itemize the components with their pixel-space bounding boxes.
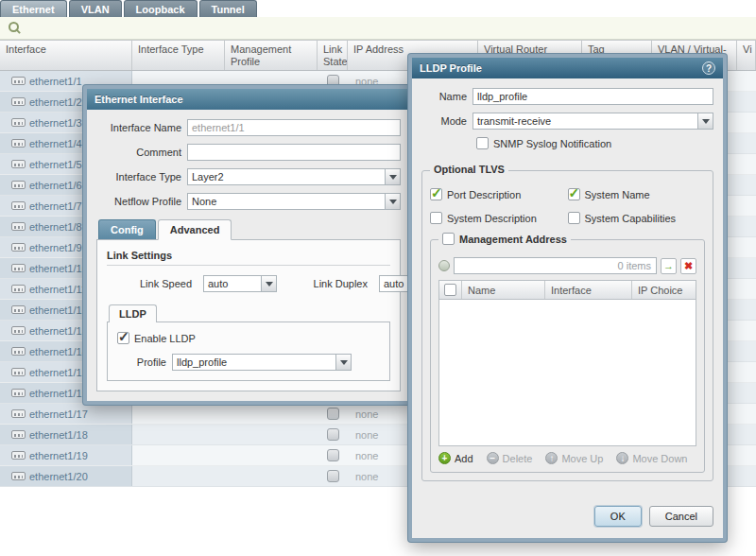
delete-button[interactable]: − Delete xyxy=(487,452,533,464)
chevron-down-icon[interactable] xyxy=(385,168,401,185)
ethernet-port-icon xyxy=(11,430,26,439)
tab-tunnel[interactable]: Tunnel xyxy=(199,0,257,17)
mgmt-table-body[interactable] xyxy=(438,300,696,446)
mgmt-column-interface[interactable]: Interface xyxy=(545,281,632,299)
tab-lldp[interactable]: LLDP xyxy=(109,304,157,322)
management-address-checkbox[interactable] xyxy=(442,233,455,245)
dialog-buttons: OK Cancel xyxy=(421,506,713,529)
help-icon[interactable]: ? xyxy=(702,61,715,75)
add-button[interactable]: + Add xyxy=(438,452,473,464)
plus-icon: + xyxy=(438,452,451,464)
tab-ethernet[interactable]: Ethernet xyxy=(0,0,67,17)
interface-link[interactable]: ethernet1/2 xyxy=(29,96,82,108)
cell-vi xyxy=(737,466,756,486)
ethernet-port-icon xyxy=(11,222,26,231)
netflow-profile-dropdown[interactable]: None xyxy=(187,193,401,210)
tlv-checkbox-grid: Port Description System Name System Desc… xyxy=(430,188,705,224)
mode-label: Mode xyxy=(421,115,467,127)
interface-link[interactable]: ethernet1/5 xyxy=(29,159,82,170)
enable-lldp-checkbox[interactable] xyxy=(117,332,129,344)
chevron-down-icon[interactable] xyxy=(385,193,401,210)
lldp-profile-dropdown[interactable]: lldp_profile xyxy=(172,354,352,371)
ethernet-port-icon xyxy=(11,264,26,272)
minus-icon: − xyxy=(487,452,499,464)
filter-icon[interactable] xyxy=(438,260,450,271)
chevron-down-icon[interactable] xyxy=(261,275,277,292)
app-screen: Ethernet VLAN Loopback Tunnel Interface … xyxy=(0,0,756,556)
ethernet-dialog-title: Ethernet Interface xyxy=(94,94,183,105)
interface-name-field[interactable]: ethernet1/1 xyxy=(187,119,401,136)
interface-link[interactable]: ethernet1/1 xyxy=(29,76,82,87)
chevron-down-icon[interactable] xyxy=(335,354,352,371)
system-capabilities-label: System Capabilities xyxy=(585,213,677,224)
cell-vi xyxy=(737,217,756,236)
cell-vi xyxy=(737,71,756,91)
column-header-management-profile[interactable]: Management Profile xyxy=(225,41,318,70)
interface-type-value: Layer2 xyxy=(187,168,385,185)
mgmt-column-name[interactable]: Name xyxy=(462,281,545,299)
snmp-syslog-checkbox[interactable] xyxy=(476,137,489,149)
lldp-dialog-titlebar[interactable]: LLDP Profile ? xyxy=(412,58,723,78)
cell-vi xyxy=(737,154,756,174)
interface-link[interactable]: ethernet1/18 xyxy=(29,429,88,441)
cancel-button[interactable]: Cancel xyxy=(649,506,713,527)
interface-link[interactable]: ethernet1/20 xyxy=(29,471,88,482)
tab-advanced[interactable]: Advanced xyxy=(158,219,232,240)
interface-link[interactable]: ethernet1/14 xyxy=(29,346,88,357)
clear-filter-icon[interactable]: ✖ xyxy=(680,258,696,274)
interface-link[interactable]: ethernet1/12 xyxy=(29,304,88,316)
cell-vi xyxy=(737,341,756,361)
column-header-link-state[interactable]: Link State xyxy=(318,41,348,70)
tab-config[interactable]: Config xyxy=(98,219,156,239)
chevron-down-icon[interactable] xyxy=(697,113,713,130)
management-address-group: Management Address 0 items → ✖ Name Inte… xyxy=(430,239,705,473)
ethernet-dialog-titlebar[interactable]: Ethernet Interface xyxy=(87,89,410,110)
ethernet-port-icon xyxy=(11,118,26,127)
ethernet-port-icon xyxy=(11,409,26,418)
ok-button[interactable]: OK xyxy=(594,506,642,527)
interface-link[interactable]: ethernet1/11 xyxy=(29,284,87,295)
interface-link[interactable]: ethernet1/3 xyxy=(29,117,82,129)
link-state-icon xyxy=(327,428,339,441)
ethernet-port-icon xyxy=(11,77,26,85)
interface-link[interactable]: ethernet1/7 xyxy=(29,200,82,212)
interface-type-dropdown[interactable]: Layer2 xyxy=(187,168,401,185)
comment-field[interactable] xyxy=(187,144,401,161)
mgmt-filter-input[interactable]: 0 items xyxy=(454,257,657,274)
port-description-checkbox[interactable] xyxy=(430,188,442,200)
system-capabilities-checkbox[interactable] xyxy=(568,212,580,224)
tab-vlan[interactable]: VLAN xyxy=(69,0,122,17)
move-up-button[interactable]: ↑ Move Up xyxy=(545,452,603,464)
column-header-interface[interactable]: Interface xyxy=(0,41,132,70)
system-description-checkbox[interactable] xyxy=(430,212,442,224)
interface-link[interactable]: ethernet1/19 xyxy=(29,450,88,461)
search-icon[interactable] xyxy=(8,21,22,35)
interface-link[interactable]: ethernet1/10 xyxy=(29,263,88,274)
interface-link[interactable]: ethernet1/17 xyxy=(29,408,88,420)
link-state-icon xyxy=(327,449,339,461)
move-down-button[interactable]: ↓ Move Down xyxy=(616,452,687,464)
interface-link[interactable]: ethernet1/9 xyxy=(29,242,82,253)
interface-link[interactable]: ethernet1/16 xyxy=(29,388,88,399)
apply-filter-icon[interactable]: → xyxy=(661,258,677,274)
mode-dropdown[interactable]: transmit-receive xyxy=(472,113,713,130)
interface-link[interactable]: ethernet1/15 xyxy=(29,367,88,378)
interface-link[interactable]: ethernet1/6 xyxy=(29,180,82,191)
ethernet-port-icon xyxy=(11,285,26,293)
column-header-vi[interactable]: Vi xyxy=(737,41,756,70)
name-field[interactable]: lldp_profile xyxy=(472,88,713,105)
interface-link[interactable]: ethernet1/4 xyxy=(29,138,82,149)
system-name-checkbox[interactable] xyxy=(568,188,580,200)
tab-loopback[interactable]: Loopback xyxy=(124,0,198,17)
interface-link[interactable]: ethernet1/13 xyxy=(29,325,88,337)
column-header-interface-type[interactable]: Interface Type xyxy=(132,41,225,70)
cell-vi xyxy=(737,300,756,320)
mode-value: transmit-receive xyxy=(472,113,697,130)
select-all-checkbox[interactable] xyxy=(444,284,456,296)
cell-vi xyxy=(737,279,756,299)
link-speed-dropdown[interactable]: auto xyxy=(203,275,277,292)
cell-vi xyxy=(737,133,756,153)
interface-link[interactable]: ethernet1/8 xyxy=(29,221,82,233)
lldp-subpanel: Enable LLDP Profile lldp_profile xyxy=(107,321,390,381)
mgmt-column-ip-choice[interactable]: IP Choice xyxy=(632,281,696,299)
